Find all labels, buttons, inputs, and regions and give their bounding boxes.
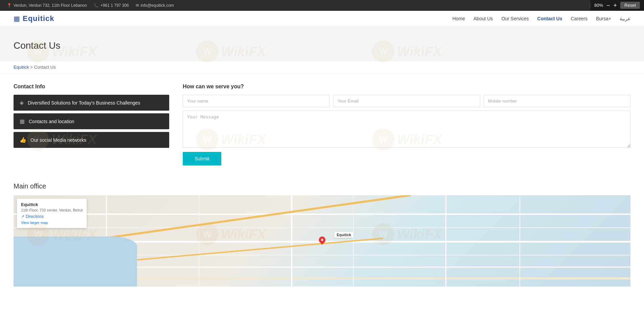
road-v2 <box>199 195 199 287</box>
contact-info-panel: Contact Info ◈ Diversified Solutions for… <box>14 84 169 151</box>
nav-home[interactable]: Home <box>452 14 465 23</box>
contacts-icon: ▦ <box>20 118 25 125</box>
email-input[interactable] <box>333 95 480 107</box>
main-content: Contact Info ◈ Diversified Solutions for… <box>0 73 644 176</box>
larger-map-link[interactable]: View larger map <box>21 221 83 225</box>
accordion-item-solutions[interactable]: ◈ Diversified Solutions for Today's Busi… <box>14 95 169 111</box>
breadcrumb-separator: > <box>30 65 34 70</box>
nav-contact-us[interactable]: Contact Us <box>537 14 562 23</box>
accordion-item-social[interactable]: 👍 Our social Media networks <box>14 132 169 148</box>
breadcrumb-current: Contact Us <box>34 65 55 70</box>
phone-icon: 📞 <box>94 3 99 8</box>
nav-our-services[interactable]: Our Services <box>502 14 529 23</box>
message-textarea[interactable] <box>183 111 630 148</box>
map-background: Equitick <box>14 195 630 287</box>
name-input[interactable] <box>183 95 330 107</box>
zoom-minus-button[interactable]: − <box>606 2 610 8</box>
accordion-item-contacts[interactable]: ▦ Contacts and location <box>14 113 169 129</box>
page-header: Contact Us <box>0 27 644 61</box>
main-office-section: Main office Equitick <box>0 176 644 287</box>
directions-icon: ↗ <box>21 214 24 219</box>
logo-link[interactable]: ▦ Equitick <box>14 14 54 23</box>
top-bar-contact-info: 📍 Verdun, Verdun 732, 11th Floor Lebanon… <box>7 3 174 8</box>
form-top-row <box>183 95 630 107</box>
social-label: Our social Media networks <box>30 137 86 143</box>
mobile-input[interactable] <box>484 95 630 107</box>
directions-label: Directions <box>26 214 44 219</box>
solutions-icon: ◈ <box>20 99 24 106</box>
water-area <box>14 236 137 287</box>
zoom-bar: 80% − + Reset <box>590 0 644 10</box>
main-nav: Home About Us Our Services Contact Us Ca… <box>452 14 630 23</box>
map-pin <box>319 236 326 246</box>
nav-careers[interactable]: Careers <box>571 14 587 23</box>
submit-button[interactable]: Submit <box>183 152 221 165</box>
logo-icon: ▦ <box>14 15 20 23</box>
top-bar: 📍 Verdun, Verdun 732, 11th Floor Lebanon… <box>0 0 644 11</box>
nav-bursa-plus[interactable]: Bursa+ <box>596 14 611 23</box>
nav-arabic[interactable]: عربية <box>620 14 630 23</box>
breadcrumb-home[interactable]: Equitick <box>14 65 29 70</box>
email-info: ✉ info@equitick.com <box>136 3 174 8</box>
address-text: Verdun, Verdun 732, 11th Floor Lebanon <box>14 3 87 8</box>
contacts-label: Contacts and location <box>29 119 74 124</box>
phone-info: 📞 +961 1 797 306 <box>94 3 129 8</box>
place-name: Equitick <box>21 202 83 207</box>
location-icon: 📍 <box>7 3 12 8</box>
email-icon: ✉ <box>136 3 139 8</box>
contact-form-panel: How can we serve you? Submit <box>183 84 630 165</box>
contact-info-title: Contact Info <box>14 84 169 90</box>
place-address: 11th Floor, 732 center, Verdun, Beirut <box>21 208 83 212</box>
phone-text: +961 1 797 306 <box>101 3 129 8</box>
solutions-label: Diversified Solutions for Today's Busine… <box>28 100 140 106</box>
road-v3 <box>291 195 292 287</box>
form-title: How can we serve you? <box>183 84 630 90</box>
main-office-title: Main office <box>14 182 630 190</box>
logo-text: Equitick <box>23 14 54 23</box>
page-title: Contact Us <box>14 40 630 51</box>
email-text: info@equitick.com <box>141 3 174 8</box>
breadcrumb: Equitick > Contact Us <box>0 61 644 73</box>
map-container[interactable]: Equitick Equitick 11th Floor, 732 center… <box>14 195 630 287</box>
road-v6 <box>519 195 520 287</box>
zoom-reset-button[interactable]: Reset <box>620 2 640 9</box>
site-header: ▦ Equitick Home About Us Our Services Co… <box>0 11 644 27</box>
road-v5 <box>445 195 446 287</box>
address-info: 📍 Verdun, Verdun 732, 11th Floor Lebanon <box>7 3 87 8</box>
zoom-plus-button[interactable]: + <box>614 2 617 8</box>
map-info-overlay: Equitick 11th Floor, 732 center, Verdun,… <box>17 199 87 228</box>
social-icon: 👍 <box>20 137 26 143</box>
directions-link[interactable]: ↗ Directions <box>21 214 83 219</box>
nav-about-us[interactable]: About Us <box>473 14 493 23</box>
zoom-level: 80% <box>594 3 603 8</box>
map-pin-label: Equitick <box>334 232 354 238</box>
